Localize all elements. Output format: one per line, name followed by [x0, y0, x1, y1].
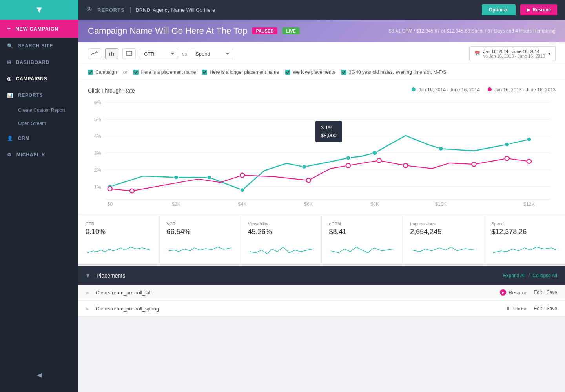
sidebar: ▼ ＋ NEW CAMPAIGN 🔍 SEARCH SITE ⊞ DASHBOA… — [0, 0, 78, 392]
sidebar-item-label: CAMPAIGNS — [16, 76, 47, 82]
svg-point-39 — [377, 158, 381, 163]
reports-icon: 📊 — [7, 93, 13, 98]
save-link-2[interactable]: Save — [547, 306, 557, 311]
campaigns-icon: ◎ — [7, 76, 11, 82]
svg-text:$0: $0 — [107, 201, 113, 207]
filter-placement-3-checkbox[interactable] — [285, 70, 290, 75]
filter-placement-1[interactable]: Here is a placement name — [133, 69, 196, 75]
sidebar-item-reports[interactable]: 📊 REPORTS — [0, 87, 78, 103]
expand-all-link[interactable]: Expand All — [503, 273, 526, 278]
filter-placement-2[interactable]: Here is a longer placement name — [202, 69, 279, 75]
filter-placement-3[interactable]: We love placements — [285, 69, 335, 75]
metric2-select[interactable]: Spend Impressions — [191, 49, 233, 59]
metric-value-impressions: 2,654,245 — [410, 228, 477, 236]
chevron-left-icon: ◀ — [37, 371, 42, 379]
svg-rect-0 — [109, 53, 110, 56]
sidebar-item-label: CRM — [18, 136, 30, 141]
sidebar-item-settings[interactable]: ⚙ MICHAEL K. — [0, 147, 78, 163]
date-picker-button[interactable]: 📅 Jan 16, 2014 - June 16, 2014 vs Jan 16… — [469, 46, 556, 61]
sidebar-item-crm[interactable]: 👤 CRM — [0, 130, 78, 147]
svg-point-38 — [346, 163, 350, 168]
svg-rect-3 — [126, 51, 132, 55]
svg-text:$10K: $10K — [435, 201, 447, 207]
crm-icon: 👤 — [7, 136, 13, 141]
svg-text:$12K: $12K — [523, 201, 535, 207]
resume-top-button[interactable]: ▶ Resume — [520, 4, 557, 15]
reports-label: REPORTS — [97, 7, 125, 13]
placement-controls-1: Edit / Save — [534, 290, 557, 295]
sidebar-sub-open-stream[interactable]: Open Stream — [0, 117, 78, 130]
metric-card-spend: Spend $12,378.26 — [484, 216, 565, 264]
metric-label-vcr: VCR — [167, 221, 233, 226]
metric-label-ecpm: eCPM — [329, 221, 396, 226]
svg-point-36 — [240, 173, 244, 178]
filter-placement-4[interactable]: 30-40 year old males, evening time slot,… — [341, 69, 446, 75]
placement-action-label-2[interactable]: Pause — [513, 306, 528, 312]
svg-text:$2K: $2K — [172, 201, 180, 207]
svg-point-26 — [207, 175, 211, 180]
metric1-select[interactable]: CTR VCR Viewability eCPM — [140, 49, 178, 59]
placement-name-2: Clearstream_pre-roll_spring — [96, 306, 499, 312]
svg-point-28 — [302, 165, 306, 169]
filter-placement-2-label: Here is a longer placement name — [210, 69, 279, 75]
svg-point-37 — [306, 178, 311, 183]
metric-card-ctr: CTR 0.10% — [78, 216, 160, 264]
optimize-button[interactable]: Optimize — [482, 4, 516, 15]
legend-dot-2 — [488, 87, 492, 91]
placement-action-1: ▶ Resume — [500, 289, 527, 296]
svg-point-32 — [505, 142, 509, 147]
svg-text:4%: 4% — [94, 134, 101, 140]
filter-placement-2-checkbox[interactable] — [202, 70, 207, 75]
placement-action-label-1[interactable]: Resume — [508, 290, 527, 296]
metric-label-spend: Spend — [491, 221, 558, 226]
campaign-stats: $8.41 CPM / $12,345.67 of $12,345.68 Spe… — [389, 28, 556, 34]
filter-bar: Campaign or Here is a placement name Her… — [78, 65, 565, 79]
new-campaign-button[interactable]: ＋ NEW CAMPAIGN — [0, 20, 78, 38]
filter-placement-4-checkbox[interactable] — [341, 70, 346, 75]
logo-icon: ▼ — [35, 5, 44, 15]
sidebar-item-dashboard[interactable]: ⊞ DASHBOARD — [0, 54, 78, 71]
placement-controls-2: Edit / Save — [534, 306, 557, 311]
svg-text:6%: 6% — [94, 100, 101, 105]
edit-link-2[interactable]: Edit — [534, 306, 542, 311]
svg-text:1%: 1% — [94, 185, 101, 190]
sidebar-collapse-button[interactable]: ◀ — [0, 366, 78, 384]
line-chart-button[interactable] — [88, 48, 101, 59]
new-campaign-label: NEW CAMPAIGN — [16, 26, 59, 32]
svg-point-25 — [174, 175, 178, 180]
sidebar-item-label: SEARCH SITE — [18, 43, 53, 49]
filter-campaign-checkbox[interactable] — [88, 70, 93, 75]
legend-dot-1 — [412, 87, 416, 91]
filter-placement-1-checkbox[interactable] — [133, 70, 139, 75]
filter-placement-3-label: We love placements — [293, 69, 335, 75]
controls-slash-2: / — [543, 306, 545, 311]
sidebar-navigation: 🔍 SEARCH SITE ⊞ DASHBOARD ◎ CAMPAIGNS 📊 … — [0, 38, 78, 366]
placements-actions: Expand All / Collapse All — [503, 273, 557, 278]
expand-chart-button[interactable] — [122, 48, 136, 59]
collapse-all-link[interactable]: Collapse All — [532, 273, 557, 278]
metric-value-spend: $12,378.26 — [491, 228, 558, 236]
filter-or-1: or — [123, 69, 128, 75]
placement-expand-arrow-1[interactable]: ▶ — [86, 290, 89, 295]
edit-link-1[interactable]: Edit — [534, 290, 542, 295]
filter-campaign[interactable]: Campaign — [88, 69, 117, 75]
placements-section: ▾ Placements Expand All / Collapse All ▶… — [78, 266, 565, 317]
metric-value-ctr: 0.10% — [86, 228, 152, 236]
dashboard-icon: ⊞ — [7, 60, 11, 65]
svg-text:$6K: $6K — [304, 201, 313, 207]
bar-chart-button[interactable] — [105, 48, 118, 59]
svg-point-35 — [130, 189, 134, 193]
metric-value-viewability: 45.26% — [248, 228, 315, 236]
controls-bar: CTR VCR Viewability eCPM vs Spend Impres… — [78, 42, 565, 65]
filter-placement-1-label: Here is a placement name — [141, 69, 196, 75]
sidebar-item-search-site[interactable]: 🔍 SEARCH SITE — [0, 38, 78, 54]
pause-icon-2: ⏸ — [505, 305, 511, 312]
resume-icon-1: ▶ — [500, 289, 506, 296]
placement-expand-arrow-2[interactable]: ▶ — [86, 307, 89, 311]
sidebar-sub-create-custom-report[interactable]: Create Custom Report — [0, 103, 78, 117]
save-link-1[interactable]: Save — [547, 290, 557, 295]
placement-row-1: ▶ Clearstream_pre-roll_fall ▶ Resume Edi… — [78, 285, 565, 301]
sidebar-header: ▼ — [0, 0, 78, 20]
sidebar-item-campaigns[interactable]: ◎ CAMPAIGNS — [0, 71, 78, 87]
sparkline-vcr — [167, 239, 233, 259]
